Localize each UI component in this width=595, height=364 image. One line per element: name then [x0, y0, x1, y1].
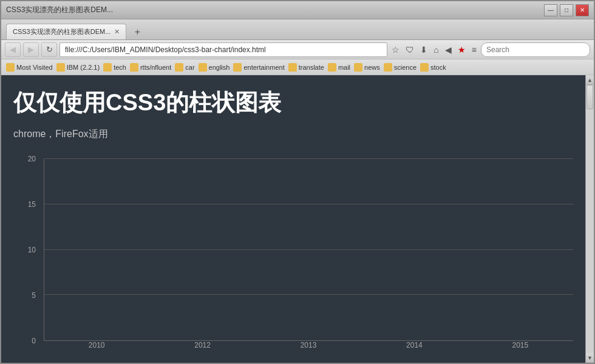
x-label-2013: 2013 — [256, 341, 361, 349]
y-label-20: 20 — [28, 155, 36, 163]
window-controls: — □ ✕ — [544, 4, 589, 16]
bookmark-label: car — [185, 64, 194, 71]
bookmark-item[interactable]: entertainment — [233, 63, 284, 72]
page-content: 仅仅使用CSS3的柱状图表 chrome，FireFox适用 20 15 10 … — [1, 75, 585, 363]
tab-title: CSS3实现漂亮的柱形图表DEM... — [13, 27, 110, 36]
x-label-2014: 2014 — [361, 341, 467, 349]
tab-close-button[interactable]: ✕ — [114, 28, 120, 36]
bookmark-label: Most Visited — [16, 64, 53, 71]
x-axis: 20102012201320142015 — [44, 341, 573, 349]
folder-icon — [354, 63, 362, 72]
search-input[interactable] — [481, 42, 590, 57]
chart-area — [44, 159, 573, 341]
y-label-5: 5 — [32, 291, 36, 300]
y-axis: 20 15 10 5 0 — [13, 159, 41, 341]
bookmark-item[interactable]: news — [354, 63, 380, 72]
download-icon[interactable]: ⬇ — [418, 44, 429, 56]
bookmark-item[interactable]: rtts/nfluent — [130, 63, 171, 72]
scroll-track[interactable] — [586, 85, 594, 353]
browser-window: CSS3实现漂亮的柱形图表DEM... — □ ✕ CSS3实现漂亮的柱形图表D… — [0, 0, 595, 364]
bookmark-item[interactable]: mail — [328, 63, 350, 72]
star-icon[interactable]: ★ — [456, 44, 467, 56]
x-label-2012: 2012 — [149, 341, 255, 349]
folder-icon — [6, 63, 15, 72]
y-label-0: 0 — [32, 337, 36, 345]
bookmark-item[interactable]: tech — [103, 63, 126, 72]
minimize-button[interactable]: — — [544, 4, 557, 16]
folder-icon — [420, 63, 429, 72]
bookmark-item[interactable]: science — [384, 63, 416, 72]
bookmark-item[interactable]: translate — [288, 63, 324, 72]
folder-icon — [175, 63, 183, 72]
bookmark-label: rtts/nfluent — [140, 64, 171, 71]
bookmark-item[interactable]: stock — [420, 63, 446, 72]
url-bar[interactable] — [59, 42, 387, 57]
folder-icon — [328, 63, 336, 72]
bookmark-label: english — [209, 64, 230, 71]
navbar: ◀ ▶ ↻ ☆ 🛡 ⬇ ⌂ ◀ ★ ≡ — [1, 40, 594, 59]
scroll-thumb[interactable] — [586, 85, 593, 109]
bookmark-item[interactable]: IBM (2.2.1) — [56, 63, 100, 72]
bookmark-label: mail — [338, 64, 350, 71]
tab-bar: CSS3实现漂亮的柱形图表DEM... ✕ + — [1, 19, 594, 40]
scrollbar: ▲ ▼ — [585, 75, 594, 363]
back-button[interactable]: ◀ — [5, 42, 21, 57]
bars-area — [44, 159, 573, 340]
page-subtitle: chrome，FireFox适用 — [13, 128, 573, 141]
y-label-15: 15 — [28, 200, 36, 209]
refresh-button[interactable]: ↻ — [41, 42, 57, 57]
bookmark-label: science — [394, 64, 416, 71]
shield-icon: 🛡 — [404, 44, 416, 56]
bookmark-item[interactable]: english — [199, 63, 230, 72]
bookmark-label: IBM (2.2.1) — [67, 64, 100, 71]
titlebar: CSS3实现漂亮的柱形图表DEM... — □ ✕ — [1, 1, 594, 19]
bookmark-label: translate — [299, 64, 324, 71]
bookmark-label: stock — [430, 64, 446, 71]
y-label-10: 10 — [28, 246, 36, 254]
folder-icon — [288, 63, 297, 72]
folder-icon — [56, 63, 65, 72]
bookmark-label: tech — [114, 64, 126, 71]
chart-container: 20 15 10 5 0 201 — [13, 159, 573, 363]
scroll-up-button[interactable]: ▲ — [586, 75, 594, 85]
folder-icon — [130, 63, 138, 72]
bookmark-label: entertainment — [243, 64, 284, 71]
bookmarks-bar: Most VisitedIBM (2.2.1)techrtts/nfluentc… — [1, 59, 594, 75]
x-label-2010: 2010 — [44, 341, 149, 349]
content-area: 仅仅使用CSS3的柱状图表 chrome，FireFox适用 20 15 10 … — [1, 75, 594, 363]
forward-button[interactable]: ▶ — [23, 42, 39, 57]
close-button[interactable]: ✕ — [576, 4, 589, 16]
more-icon[interactable]: ≡ — [470, 44, 478, 56]
active-tab[interactable]: CSS3实现漂亮的柱形图表DEM... ✕ — [6, 24, 126, 39]
home-button[interactable]: ⌂ — [432, 44, 440, 56]
folder-icon — [384, 63, 392, 72]
folder-icon — [199, 63, 207, 72]
bookmark-item[interactable]: Most Visited — [6, 63, 53, 72]
maximize-button[interactable]: □ — [560, 4, 573, 16]
new-tab-button[interactable]: + — [129, 25, 146, 39]
bookmark-icon[interactable]: ☆ — [390, 44, 401, 56]
bookmark-item[interactable]: car — [175, 63, 194, 72]
page-title: 仅仅使用CSS3的柱状图表 — [13, 87, 573, 118]
x-label-2015: 2015 — [467, 341, 573, 349]
bookmark-label: news — [364, 64, 380, 71]
folder-icon — [103, 63, 112, 72]
folder-icon — [233, 63, 242, 72]
scroll-down-button[interactable]: ▼ — [586, 353, 594, 363]
window-title: CSS3实现漂亮的柱形图表DEM... — [6, 5, 544, 15]
prev-page-icon: ◀ — [443, 44, 454, 56]
